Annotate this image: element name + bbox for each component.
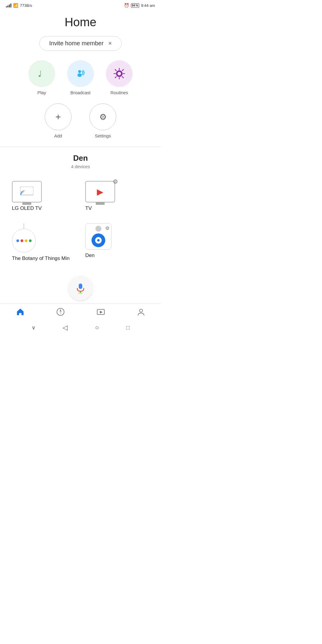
broadcast-circle (67, 60, 94, 87)
svg-rect-15 (79, 284, 82, 289)
device-botany[interactable]: The Botany of Things Min (7, 219, 80, 269)
speaker-icon: ⚙ (85, 223, 112, 250)
tv-label: TV (85, 205, 92, 211)
svg-line-11 (122, 69, 123, 71)
gear-icon: ⚙ (99, 112, 107, 122)
section-divider (0, 147, 161, 147)
lg-tv-icon-wrap (12, 181, 42, 202)
battery-indicator: 94% (131, 3, 139, 8)
wifi-icon: 📶 (13, 3, 18, 8)
signal-icon (6, 3, 11, 7)
page-title: Home (0, 16, 161, 29)
svg-point-24 (140, 309, 143, 312)
device-den[interactable]: ⚙ Den (80, 219, 154, 269)
clock: 9:44 am (141, 3, 155, 8)
settings-circle: ⚙ (89, 103, 116, 130)
actions-row-2: + Add ⚙ Settings (0, 103, 161, 138)
speaker-circle (92, 233, 105, 247)
mini-visual (12, 223, 36, 253)
mini-stem (24, 223, 24, 229)
nav-back-button[interactable]: ◁ (63, 324, 68, 332)
tv-icon-wrap: ▶ ⚙ (85, 181, 115, 202)
routines-label: Routines (110, 90, 128, 95)
svg-marker-23 (100, 311, 103, 314)
room-device-count: 4 devices (0, 164, 161, 169)
device-tv[interactable]: ▶ ⚙ TV (80, 176, 154, 219)
mic-button[interactable] (69, 276, 92, 300)
settings-action[interactable]: ⚙ Settings (89, 103, 116, 138)
mini-dot-red (21, 239, 23, 242)
add-label: Add (54, 133, 62, 138)
person-icon (137, 308, 145, 316)
mini-dot-blue (16, 239, 19, 242)
status-right: ⏰ 94% 9:44 am (124, 3, 155, 8)
speaker-icon-wrap: ⚙ (85, 223, 112, 250)
status-bar: 📶 773B/s ⏰ 94% 9:44 am (0, 0, 161, 10)
nav-discover[interactable] (56, 308, 65, 316)
svg-point-14 (20, 194, 21, 195)
alarm-icon: ⏰ (124, 3, 129, 8)
nav-home[interactable] (16, 308, 24, 316)
mini-dot-yellow (25, 239, 27, 242)
play-icon: ▶ (97, 187, 103, 197)
cast-icon (20, 187, 33, 197)
tv-stand-2 (96, 202, 105, 205)
routines-circle (106, 60, 133, 87)
broadcast-icon (74, 67, 87, 80)
mini-icon-wrap (12, 223, 36, 253)
add-circle: + (45, 103, 72, 130)
lg-tv-icon (12, 181, 42, 202)
nav-home-button[interactable]: ○ (95, 324, 99, 332)
device-lg-oled-tv[interactable]: LG OLED TV (7, 176, 80, 219)
invite-home-member-button[interactable]: Invite home member × (39, 36, 122, 51)
svg-rect-22 (98, 309, 104, 309)
routines-action[interactable]: Routines (106, 60, 133, 95)
mic-icon (75, 283, 86, 294)
routines-icon (113, 67, 126, 80)
invite-label: Invite home member (49, 40, 103, 47)
nav-recent-button[interactable]: □ (126, 325, 129, 331)
den-label: Den (85, 253, 95, 258)
plus-icon: + (55, 112, 61, 122)
media-icon (97, 308, 105, 316)
mini-dot-green (29, 239, 32, 242)
svg-marker-20 (60, 312, 61, 315)
svg-point-4 (117, 72, 121, 75)
speaker-gear-icon: ⚙ (105, 225, 109, 231)
settings-label: Settings (95, 133, 111, 138)
speaker-inner (95, 237, 102, 244)
nav-media[interactable] (97, 308, 105, 316)
svg-line-12 (115, 77, 116, 78)
mic-bar (0, 273, 161, 300)
network-speed: 773B/s (20, 3, 32, 8)
nav-profile[interactable] (137, 308, 145, 316)
tv-icon: ▶ (85, 181, 115, 202)
broadcast-label: Broadcast (70, 90, 91, 95)
compass-icon (56, 308, 65, 316)
add-action[interactable]: + Add (45, 103, 72, 138)
invite-wrap: Invite home member × (0, 36, 161, 51)
play-label: Play (37, 90, 46, 95)
svg-rect-13 (20, 187, 33, 195)
status-left: 📶 773B/s (6, 3, 32, 8)
lg-tv-label: LG OLED TV (12, 205, 42, 211)
svg-line-10 (122, 77, 123, 78)
play-circle: ♩ (28, 60, 55, 87)
svg-point-2 (78, 73, 82, 77)
tv-stand (22, 202, 31, 205)
actions-row: ♩ Play Broadcast (0, 60, 161, 95)
room-section: Den 4 devices (0, 154, 161, 169)
speaker-top-dot (95, 226, 101, 232)
nav-down-button[interactable]: ∨ (32, 324, 35, 331)
svg-text:♩: ♩ (38, 69, 42, 78)
bottom-nav (0, 303, 161, 319)
android-nav: ∨ ◁ ○ □ (0, 319, 161, 336)
play-action[interactable]: ♩ Play (28, 60, 55, 95)
device-grid: LG OLED TV ▶ ⚙ TV The B (0, 176, 161, 269)
mini-body (12, 229, 36, 253)
tv-gear-icon: ⚙ (113, 178, 118, 185)
close-icon[interactable]: × (108, 40, 112, 47)
svg-line-9 (115, 69, 116, 71)
broadcast-action[interactable]: Broadcast (67, 60, 94, 95)
music-icon: ♩ (36, 68, 47, 79)
